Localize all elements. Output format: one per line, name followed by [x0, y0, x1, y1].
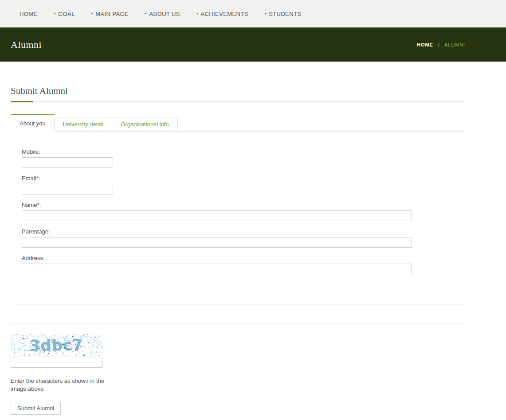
dropdown-caret-icon: ▾ [145, 12, 147, 16]
nav-item-label: HOME [20, 11, 38, 17]
nav-item-label: ACHIEVEMENTS [200, 11, 248, 17]
captcha-instruction: Enter the characters as shown in the ima… [11, 377, 112, 393]
nav-item-goal[interactable]: ▾ GOAL [54, 11, 75, 17]
nav-item-about-us[interactable]: ▾ ABOUT US [145, 11, 180, 17]
nav-item-label: MAIN PAGE [95, 11, 129, 17]
field-group-address: Address: [22, 255, 454, 274]
name-input[interactable] [22, 210, 412, 221]
address-label: Address: [22, 255, 454, 261]
tab-university-detail[interactable]: University detail [54, 117, 113, 132]
mobile-input[interactable] [22, 157, 113, 168]
tab-organisational-info[interactable]: Organisational info [112, 117, 177, 132]
captcha-image: 3dbc7 [11, 334, 102, 356]
tab-label: University detail [63, 121, 104, 128]
submit-alumni-button[interactable]: Submit Alumni [11, 402, 61, 415]
dropdown-caret-icon: ▾ [196, 12, 198, 16]
mobile-label: Mobile: [22, 148, 454, 155]
captcha-input[interactable] [11, 357, 102, 368]
parentage-input[interactable] [22, 237, 412, 248]
nav-item-label: STUDENTS [269, 11, 301, 17]
email-label: Email*: [22, 175, 454, 182]
title-underline [11, 101, 465, 102]
page-banner: Alumni HOME / ALUMNI [0, 27, 506, 62]
nav-item-main-page[interactable]: ▾ MAIN PAGE [91, 11, 129, 17]
dropdown-caret-icon: ▾ [91, 12, 93, 16]
field-group-parentage: Parentage: [22, 228, 454, 248]
field-group-email: Email*: [22, 175, 454, 194]
breadcrumb-separator: / [438, 42, 440, 47]
tab-row: About you University detail Organisation… [11, 114, 465, 131]
section-title: Submit Alumni [11, 86, 465, 97]
field-group-mobile: Mobile: [22, 148, 454, 168]
tab-about-you[interactable]: About you [11, 114, 55, 132]
dropdown-caret-icon: ▾ [265, 12, 267, 16]
page-title: Alumni [11, 39, 42, 51]
nav-bar: HOME ▾ GOAL ▾ MAIN PAGE ▾ ABOUT US ▾ ACH… [0, 0, 506, 27]
breadcrumb: HOME / ALUMNI [417, 42, 465, 47]
dropdown-caret-icon: ▾ [54, 12, 56, 16]
name-label: Name*: [22, 202, 454, 208]
nav-item-achievements[interactable]: ▾ ACHIEVEMENTS [196, 11, 248, 17]
tab-label: About you [20, 120, 46, 127]
breadcrumb-current: ALUMNI [444, 42, 465, 47]
email-input[interactable] [22, 184, 113, 194]
nav-item-home[interactable]: HOME [20, 11, 38, 17]
nav-item-students[interactable]: ▾ STUDENTS [265, 11, 302, 17]
content-divider [11, 323, 465, 323]
nav-item-label: ABOUT US [149, 11, 180, 17]
tab-panel: Mobile: Email*: Name*: Parentage: Addres… [11, 131, 465, 304]
parentage-label: Parentage: [22, 228, 454, 235]
breadcrumb-home-link[interactable]: HOME [417, 42, 433, 47]
title-underline-accent [11, 101, 33, 102]
tab-label: Organisational info [121, 121, 169, 128]
address-input[interactable] [22, 264, 412, 274]
nav-item-label: GOAL [58, 11, 75, 17]
field-group-name: Name*: [22, 202, 454, 221]
